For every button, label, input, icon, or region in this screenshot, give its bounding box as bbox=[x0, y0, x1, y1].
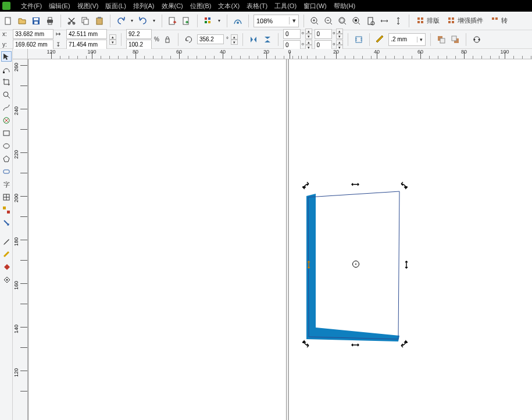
zoom-page-icon[interactable] bbox=[365, 15, 376, 27]
dimension-tool[interactable] bbox=[1, 205, 12, 215]
drawing-canvas[interactable] bbox=[28, 59, 532, 420]
save-button[interactable] bbox=[30, 15, 42, 27]
redo-button[interactable] bbox=[137, 15, 149, 27]
rotate-handle-br[interactable] bbox=[400, 340, 408, 348]
zoom-in-icon[interactable] bbox=[309, 15, 320, 27]
zoom-selection-icon[interactable] bbox=[337, 15, 348, 27]
menu-window[interactable]: 窗口(W) bbox=[304, 2, 327, 10]
skew-handle-right[interactable] bbox=[402, 261, 410, 269]
basic-shapes-tool[interactable] bbox=[1, 166, 12, 177]
freehand-tool[interactable] bbox=[1, 102, 12, 113]
rotation-center[interactable] bbox=[352, 261, 359, 268]
menu-bitmap[interactable]: 位图(B) bbox=[190, 2, 212, 10]
table-tool[interactable] bbox=[1, 192, 12, 202]
open-button[interactable] bbox=[16, 15, 28, 27]
menu-edit[interactable]: 编辑(E) bbox=[49, 2, 70, 10]
app-launcher-button[interactable] bbox=[202, 15, 214, 27]
convert-button[interactable]: 转 bbox=[488, 15, 510, 27]
corners-y-input[interactable] bbox=[315, 40, 332, 50]
enhance-plugins-button[interactable]: 增强插件 bbox=[445, 15, 486, 27]
outline-width-input[interactable] bbox=[389, 35, 417, 44]
rotation-input[interactable] bbox=[197, 34, 224, 44]
scale-y-input[interactable] bbox=[126, 40, 152, 49]
skew-handle-bottom[interactable] bbox=[351, 341, 359, 349]
outline-tool[interactable] bbox=[1, 249, 12, 259]
corners-x-spinner[interactable]: ▴▾ bbox=[336, 29, 343, 39]
skew-y-input[interactable] bbox=[283, 40, 301, 50]
convert-curve-icon[interactable] bbox=[471, 34, 483, 45]
connector-tool[interactable] bbox=[1, 218, 12, 228]
pick-tool[interactable] bbox=[1, 51, 12, 62]
corners-x-input[interactable] bbox=[315, 29, 332, 39]
menu-view[interactable]: 视图(V) bbox=[77, 2, 99, 10]
text-tool[interactable]: 字 bbox=[1, 179, 12, 190]
copy-button[interactable] bbox=[80, 15, 91, 27]
object-height-input[interactable] bbox=[66, 40, 107, 49]
undo-dropdown-icon[interactable]: ▾ bbox=[129, 15, 135, 27]
menu-help[interactable]: 帮助(H) bbox=[334, 2, 355, 10]
page-right-edge bbox=[286, 59, 287, 420]
lock-ratio-icon[interactable] bbox=[162, 34, 173, 45]
scale-x-input[interactable] bbox=[126, 29, 152, 39]
menu-file[interactable]: 文件(F) bbox=[21, 2, 42, 10]
menu-table[interactable]: 表格(T) bbox=[247, 2, 267, 10]
size-spinner[interactable]: ▴▾ bbox=[109, 34, 116, 45]
ruler-vertical[interactable]: 260240220200180160140120 bbox=[13, 59, 28, 420]
to-back-icon[interactable] bbox=[449, 34, 461, 45]
ruler-horizontal[interactable]: 12010080604020020406080100 bbox=[28, 49, 532, 59]
smart-fill-tool[interactable] bbox=[1, 115, 12, 126]
redo-dropdown-icon[interactable]: ▾ bbox=[151, 15, 157, 27]
new-button[interactable] bbox=[2, 15, 14, 27]
wrap-text-icon[interactable] bbox=[353, 34, 365, 45]
zoom-combo[interactable]: ▾ bbox=[253, 15, 299, 27]
shape-tool[interactable] bbox=[1, 64, 12, 74]
zoom-input[interactable] bbox=[254, 16, 289, 26]
ellipse-tool[interactable] bbox=[1, 141, 12, 151]
zoom-width-icon[interactable] bbox=[379, 15, 390, 27]
rotate-handle-tr[interactable] bbox=[400, 181, 408, 190]
rotation-spinner[interactable]: ▴▾ bbox=[231, 34, 238, 45]
skew-x-spinner[interactable]: ▴▾ bbox=[305, 29, 312, 39]
menu-layout[interactable]: 版面(L) bbox=[105, 2, 126, 10]
object-y-input[interactable] bbox=[13, 40, 53, 49]
menu-effects[interactable]: 效果(C) bbox=[162, 2, 183, 10]
menu-text[interactable]: 文本(X) bbox=[218, 2, 240, 10]
export-button[interactable] bbox=[181, 15, 192, 27]
to-front-icon[interactable] bbox=[435, 34, 447, 45]
zoom-height-icon[interactable] bbox=[392, 15, 404, 27]
menu-arrange[interactable]: 排列(A) bbox=[133, 2, 155, 10]
typeset-button[interactable]: 排版 bbox=[414, 15, 442, 27]
chevron-down-icon[interactable]: ▾ bbox=[289, 17, 298, 24]
zoom-tool[interactable] bbox=[1, 90, 12, 100]
interactive-fill-tool[interactable] bbox=[1, 275, 12, 285]
object-x-input[interactable] bbox=[13, 29, 53, 39]
outline-width-combo[interactable]: ▾ bbox=[388, 33, 426, 46]
polygon-tool[interactable] bbox=[1, 154, 12, 164]
skew-handle-top[interactable] bbox=[351, 180, 359, 188]
zoom-out-icon[interactable] bbox=[323, 15, 334, 27]
object-width-input[interactable] bbox=[66, 29, 107, 39]
rotate-handle-tl[interactable] bbox=[302, 181, 310, 190]
ruler-corner[interactable] bbox=[13, 49, 28, 59]
paste-button[interactable] bbox=[94, 15, 105, 27]
rotate-handle-bl[interactable] bbox=[302, 340, 310, 348]
eyedropper-tool[interactable] bbox=[1, 236, 12, 247]
skew-handle-left[interactable] bbox=[305, 261, 313, 269]
mirror-v-icon[interactable] bbox=[262, 34, 273, 45]
import-button[interactable] bbox=[167, 15, 178, 27]
dropdown-icon[interactable]: ▾ bbox=[216, 15, 222, 27]
y-label: y: bbox=[2, 41, 13, 48]
fill-tool[interactable] bbox=[1, 262, 12, 272]
mirror-h-icon[interactable] bbox=[248, 34, 259, 45]
chevron-down-icon[interactable]: ▾ bbox=[417, 37, 425, 42]
crop-tool[interactable] bbox=[1, 77, 12, 87]
welcome-button[interactable] bbox=[232, 15, 244, 27]
undo-button[interactable] bbox=[115, 15, 127, 27]
cut-button[interactable] bbox=[66, 15, 77, 27]
print-button[interactable] bbox=[44, 15, 56, 27]
menu-tools[interactable]: 工具(O) bbox=[274, 2, 297, 10]
rectangle-tool[interactable] bbox=[1, 128, 12, 138]
zoom-all-icon[interactable] bbox=[351, 15, 362, 27]
skew-x-input[interactable] bbox=[283, 29, 301, 39]
selected-shape[interactable] bbox=[306, 190, 405, 347]
